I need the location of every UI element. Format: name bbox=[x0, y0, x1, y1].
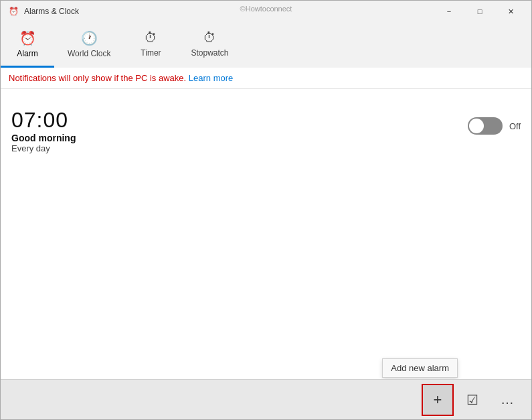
stopwatch-tab-icon: ⏱ bbox=[203, 30, 216, 46]
app-title: Alarms & Clock bbox=[24, 7, 79, 16]
timer-tab-label: Timer bbox=[141, 48, 161, 58]
add-alarm-button[interactable]: + bbox=[422, 384, 454, 416]
notification-text: Notifications will only show if the PC i… bbox=[9, 73, 186, 83]
titlebar-left: ⏰ Alarms & Clock bbox=[9, 7, 79, 16]
tab-timer[interactable]: ⏱ Timer bbox=[124, 22, 177, 68]
learn-more-link[interactable]: Learn more bbox=[189, 73, 233, 83]
alarm-time: 07:00 bbox=[11, 108, 76, 133]
alarm-tab-icon: ⏰ bbox=[19, 30, 36, 46]
alarm-tab-label: Alarm bbox=[17, 49, 37, 58]
minimize-button[interactable]: − bbox=[434, 1, 464, 22]
alarm-toggle[interactable] bbox=[468, 117, 503, 135]
timer-tab-icon: ⏱ bbox=[144, 30, 157, 46]
alarm-repeat: Every day bbox=[11, 143, 76, 153]
alarm-info: 07:00 Good morning Every day bbox=[11, 108, 76, 153]
stopwatch-tab-label: Stopwatch bbox=[191, 48, 228, 58]
tooltip-text: Add new alarm bbox=[391, 363, 449, 373]
app-window: ⏰ Alarms & Clock ©Howtoconnect − □ ✕ ⏰ A… bbox=[0, 0, 532, 420]
alarm-name: Good morning bbox=[11, 133, 76, 143]
more-icon: … bbox=[501, 392, 514, 407]
close-button[interactable]: ✕ bbox=[495, 1, 526, 22]
app-icon: ⏰ bbox=[9, 7, 19, 16]
world-clock-tab-label: World Clock bbox=[68, 49, 110, 58]
more-options-button[interactable]: … bbox=[491, 384, 523, 416]
list-icon: ☑ bbox=[466, 392, 478, 408]
add-icon: + bbox=[434, 391, 442, 409]
tab-world-clock[interactable]: 🕐 World Clock bbox=[54, 22, 124, 68]
titlebar-controls: − □ ✕ bbox=[434, 1, 526, 22]
toggle-knob bbox=[469, 119, 484, 133]
bottom-bar: + ☑ … bbox=[1, 379, 531, 419]
manage-alarms-button[interactable]: ☑ bbox=[456, 384, 489, 416]
world-clock-tab-icon: 🕐 bbox=[81, 30, 98, 46]
titlebar: ⏰ Alarms & Clock ©Howtoconnect − □ ✕ bbox=[1, 1, 531, 22]
tab-bar: ⏰ Alarm 🕐 World Clock ⏱ Timer ⏱ Stopwatc… bbox=[1, 22, 531, 68]
tab-alarm[interactable]: ⏰ Alarm bbox=[1, 22, 54, 68]
notification-bar: Notifications will only show if the PC i… bbox=[1, 68, 531, 89]
add-alarm-tooltip: Add new alarm bbox=[382, 358, 458, 378]
maximize-button[interactable]: □ bbox=[464, 1, 495, 22]
tab-stopwatch[interactable]: ⏱ Stopwatch bbox=[177, 22, 242, 68]
toggle-label: Off bbox=[509, 121, 521, 131]
alarm-toggle-area: Off bbox=[468, 108, 521, 135]
watermark: ©Howtoconnect bbox=[240, 5, 292, 13]
alarm-entry: 07:00 Good morning Every day Off bbox=[11, 102, 521, 159]
